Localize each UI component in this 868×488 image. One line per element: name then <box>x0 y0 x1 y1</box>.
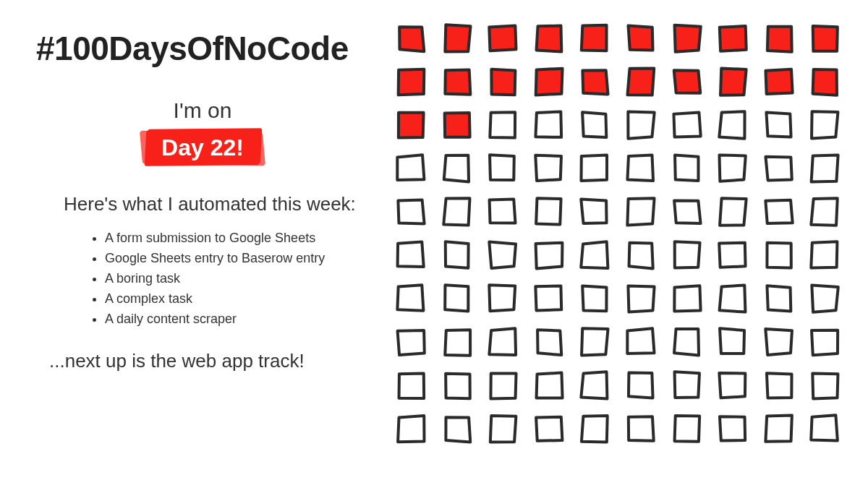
progress-cell-filled <box>624 22 658 55</box>
progress-cell-filled <box>671 22 704 55</box>
progress-cell-empty <box>394 282 427 315</box>
progress-cell-empty <box>441 325 474 359</box>
progress-cell-filled <box>486 65 519 98</box>
intro-text: Here's what I automated this week: <box>64 192 369 217</box>
progress-cell-empty <box>716 282 749 315</box>
progress-cell-filled <box>486 22 519 55</box>
progress-cell-filled <box>441 65 474 98</box>
progress-cell-empty <box>808 369 841 402</box>
progress-cell-empty <box>486 412 519 445</box>
progress-cell-empty <box>532 152 566 185</box>
progress-cell-empty <box>578 369 611 402</box>
day-badge: Day 22! <box>145 130 260 166</box>
progress-cell-filled <box>808 65 841 98</box>
progress-cell-filled <box>808 22 841 55</box>
progress-cell-filled <box>762 65 796 98</box>
progress-cell-empty <box>762 369 796 402</box>
progress-cell-empty <box>486 239 519 272</box>
progress-cell-empty <box>624 108 658 142</box>
progress-cell-empty <box>624 369 658 402</box>
progress-grid <box>394 22 843 445</box>
progress-cell-empty <box>716 412 749 445</box>
next-up-text: ...next up is the web app track! <box>49 348 369 374</box>
progress-cell-empty <box>441 369 474 402</box>
progress-cell-empty <box>578 282 611 315</box>
progress-cell-empty <box>532 195 566 228</box>
progress-cell-empty <box>716 325 749 359</box>
progress-cell-empty <box>808 239 841 272</box>
progress-cell-empty <box>624 239 658 272</box>
progress-cell-empty <box>808 282 841 315</box>
progress-cell-empty <box>486 108 519 142</box>
progress-cell-empty <box>441 282 474 315</box>
progress-cell-empty <box>394 369 427 402</box>
progress-cell-empty <box>624 325 658 359</box>
day-status: I'm on Day 22! <box>80 98 326 166</box>
progress-cell-empty <box>671 412 704 445</box>
task-item: A complex task <box>105 289 369 309</box>
progress-cell-filled <box>578 65 611 98</box>
task-list: A form submission to Google SheetsGoogle… <box>105 228 369 329</box>
progress-cell-empty <box>808 325 841 359</box>
progress-cell-empty <box>441 239 474 272</box>
task-item: A daily content scraper <box>105 309 369 330</box>
progress-cell-empty <box>441 152 474 185</box>
progress-cell-empty <box>671 195 704 228</box>
progress-cell-empty <box>808 108 841 142</box>
progress-cell-empty <box>762 239 796 272</box>
progress-cell-filled <box>441 22 474 55</box>
progress-cell-empty <box>394 195 427 228</box>
progress-cell-filled <box>532 65 566 98</box>
progress-cell-empty <box>762 412 796 445</box>
task-item: Google Sheets entry to Baserow entry <box>105 249 369 269</box>
progress-cell-empty <box>486 282 519 315</box>
progress-cell-empty <box>671 152 704 185</box>
progress-cell-empty <box>716 239 749 272</box>
progress-cell-filled <box>716 22 749 55</box>
progress-cell-empty <box>578 412 611 445</box>
progress-cell-empty <box>394 325 427 359</box>
progress-cell-empty <box>762 195 796 228</box>
progress-cell-empty <box>716 369 749 402</box>
progress-cell-empty <box>762 152 796 185</box>
progress-cell-empty <box>624 195 658 228</box>
day-badge-text: Day 22! <box>161 134 244 160</box>
task-item: A boring task <box>105 269 369 289</box>
progress-cell-empty <box>808 412 841 445</box>
progress-cell-empty <box>532 108 566 142</box>
page-title: #100DaysOfNoCode <box>36 29 369 68</box>
progress-cell-empty <box>808 152 841 185</box>
progress-cell-empty <box>486 152 519 185</box>
progress-cell-empty <box>671 369 704 402</box>
progress-cell-filled <box>762 22 796 55</box>
progress-cell-empty <box>716 108 749 142</box>
progress-cell-empty <box>486 325 519 359</box>
progress-cell-empty <box>624 152 658 185</box>
progress-cell-empty <box>671 108 704 142</box>
progress-cell-filled <box>532 22 566 55</box>
progress-cell-filled <box>394 22 427 55</box>
progress-cell-empty <box>394 152 427 185</box>
progress-cell-empty <box>716 195 749 228</box>
progress-cell-empty <box>762 282 796 315</box>
progress-cell-empty <box>486 369 519 402</box>
progress-cell-empty <box>532 325 566 359</box>
progress-cell-filled <box>394 108 427 142</box>
progress-cell-empty <box>808 195 841 228</box>
progress-cell-empty <box>441 195 474 228</box>
progress-cell-empty <box>532 239 566 272</box>
progress-cell-filled <box>394 65 427 98</box>
progress-cell-empty <box>671 239 704 272</box>
progress-cell-empty <box>532 282 566 315</box>
progress-cell-empty <box>532 412 566 445</box>
progress-cell-filled <box>624 65 658 98</box>
progress-cell-empty <box>578 108 611 142</box>
progress-cell-empty <box>671 282 704 315</box>
progress-cell-empty <box>716 152 749 185</box>
progress-cell-empty <box>394 239 427 272</box>
progress-cell-empty <box>624 412 658 445</box>
progress-cell-filled <box>671 65 704 98</box>
progress-cell-empty <box>578 195 611 228</box>
progress-cell-empty <box>394 412 427 445</box>
progress-cell-empty <box>578 325 611 359</box>
